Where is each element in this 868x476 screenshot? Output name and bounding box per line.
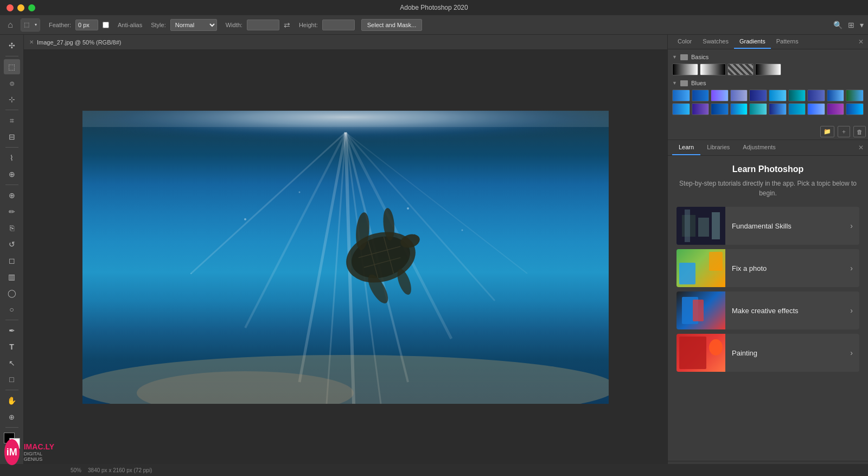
home-button[interactable]: ⌂	[4, 19, 16, 31]
selection-tool-group[interactable]: ⬚ ▾	[21, 18, 40, 31]
tutorial-fix[interactable]: Fix a photo ›	[676, 249, 859, 287]
brush-tool[interactable]: ✏	[4, 204, 20, 219]
path-select-tool[interactable]: ↖	[4, 356, 20, 371]
feather-label: Feather:	[49, 22, 71, 28]
close-button[interactable]	[7, 4, 14, 11]
toolbar-right-icons: 🔍 ⊞ ▾	[833, 21, 864, 29]
left-tools-panel: ✣ ⬚ ⌾ ⊹ ⌗ ⊟ ⌇ ⊕ ⊕ ✏ ⎘ ↺ ◻ ▥ ◯ ○ ✒ T ↖ □ …	[0, 35, 24, 476]
tool-divider-2	[5, 110, 18, 110]
canvas-image	[82, 111, 609, 404]
learn-subtitle: Step-by-step tutorials directly in the a…	[676, 179, 859, 198]
logo-text-group: IMAC.LY DIGITAL GENIUS	[24, 442, 54, 462]
height-input[interactable]	[322, 20, 355, 30]
heal-tool[interactable]: ⊕	[4, 188, 20, 203]
swap-icon[interactable]: ⇄	[284, 21, 290, 29]
status-dimensions: 3840 px x 2160 px (72 ppi)	[88, 467, 152, 473]
logo-area: iM IMAC.LY DIGITAL GENIUS	[0, 428, 54, 476]
window-controls[interactable]	[7, 4, 35, 11]
feather-input[interactable]	[75, 20, 98, 30]
blues-header[interactable]: ▼ Blues	[672, 80, 864, 86]
logo-icon: iM	[4, 439, 20, 465]
eyedropper-tool[interactable]: ⌇	[4, 150, 20, 166]
new-folder-button[interactable]: 📁	[820, 126, 834, 137]
zoom-tool[interactable]: ⊕	[4, 409, 20, 424]
gradient-tool[interactable]: ▥	[4, 269, 20, 284]
gradient-swatch[interactable]	[755, 64, 781, 75]
tab-learn[interactable]: Learn	[672, 140, 700, 155]
svg-point-28	[407, 207, 409, 210]
svg-point-30	[190, 273, 192, 274]
basics-arrow: ▼	[672, 54, 677, 60]
svg-point-26	[244, 218, 246, 220]
status-zoom: 50%	[71, 467, 81, 473]
gradient-toolbar: 📁 ＋ 🗑	[668, 124, 868, 139]
gradient-swatch[interactable]	[672, 64, 698, 75]
basics-swatches	[672, 64, 864, 75]
tab-libraries[interactable]: Libraries	[700, 140, 736, 155]
panel-close-button[interactable]: ✕	[858, 38, 864, 46]
hand-tool[interactable]: ✋	[4, 393, 20, 408]
status-bar: 50% 3840 px x 2160 px (72 ppi)	[0, 464, 868, 476]
tab-patterns[interactable]: Patterns	[771, 35, 804, 49]
expand-icon[interactable]: ▾	[860, 21, 864, 29]
learn-panel: Learn Libraries Adjustments ✕ Learn Phot…	[668, 140, 868, 476]
tutorial-painting-label: Painting	[725, 349, 850, 357]
anti-alias-checkbox[interactable]	[103, 22, 109, 28]
minimize-button[interactable]	[17, 4, 24, 11]
search-icon[interactable]: 🔍	[833, 21, 843, 29]
tutorial-creative-label: Make creative effects	[725, 307, 850, 315]
clone-tool[interactable]: ⎘	[4, 220, 20, 236]
learn-panel-close[interactable]: ✕	[858, 144, 864, 151]
tab-color[interactable]: Color	[672, 35, 697, 49]
height-label: Height:	[299, 22, 318, 28]
select-dropdown[interactable]: ▾	[32, 19, 40, 31]
tab-gradients[interactable]: Gradients	[734, 35, 771, 49]
style-select[interactable]: Normal Fixed Ratio Fixed Size	[170, 19, 217, 31]
magic-wand-tool[interactable]: ⊹	[4, 92, 20, 107]
maximize-button[interactable]	[28, 4, 35, 11]
dodge-tool[interactable]: ○	[4, 302, 20, 317]
blur-tool[interactable]: ◯	[4, 285, 20, 301]
select-mask-button[interactable]: Select and Mask...	[361, 19, 423, 31]
svg-point-29	[462, 229, 463, 231]
move-tool[interactable]: ✣	[4, 38, 20, 53]
gradient-swatch[interactable]	[700, 64, 726, 75]
folder-icon-blues	[680, 80, 688, 86]
tab-close-button[interactable]: ✕	[29, 39, 34, 45]
new-gradient-button[interactable]: ＋	[838, 126, 850, 137]
blues-label: Blues	[691, 80, 706, 86]
shape-tool[interactable]: □	[4, 372, 20, 387]
crop-tool[interactable]: ⌗	[4, 113, 20, 128]
basics-label: Basics	[691, 54, 709, 60]
tutorial-fundamental[interactable]: Fundamental Skills ›	[676, 207, 859, 245]
rect-select-tool[interactable]: ⬚	[4, 59, 20, 74]
measure-tool[interactable]: ⊕	[4, 167, 20, 182]
basics-header[interactable]: ▼ Basics	[672, 54, 864, 60]
tutorial-thumb-fundamental	[676, 207, 725, 245]
upper-panel-tabs: Color Swatches Gradients Patterns ✕	[668, 35, 868, 49]
lasso-tool[interactable]: ⌾	[4, 75, 20, 91]
tutorial-thumb-fix	[676, 249, 725, 287]
text-tool[interactable]: T	[4, 339, 20, 354]
tutorial-painting[interactable]: Painting ›	[676, 334, 859, 372]
pen-tool[interactable]: ✒	[4, 323, 20, 338]
tool-divider-5	[5, 320, 18, 320]
sun-rays-svg	[82, 111, 609, 404]
rect-select-button[interactable]: ⬚	[21, 19, 32, 31]
canvas-area: ✕ Image_27.jpg @ 50% (RGB/8#)	[24, 35, 667, 476]
tab-swatches[interactable]: Swatches	[697, 35, 734, 49]
workspace-icon[interactable]: ⊞	[848, 21, 854, 29]
canvas-container[interactable]	[24, 50, 667, 464]
eraser-tool[interactable]: ◻	[4, 253, 20, 268]
tool-divider-6	[5, 390, 18, 390]
tab-adjustments[interactable]: Adjustments	[736, 140, 782, 155]
learn-panel-tabs: Learn Libraries Adjustments ✕	[668, 140, 868, 156]
tutorial-fix-arrow: ›	[850, 264, 859, 272]
history-brush-tool[interactable]: ↺	[4, 237, 20, 252]
blues-swatches	[672, 90, 864, 115]
frame-tool[interactable]: ⊟	[4, 129, 20, 144]
width-input[interactable]	[247, 20, 279, 30]
tutorial-creative[interactable]: Make creative effects ›	[676, 291, 859, 329]
delete-gradient-button[interactable]: 🗑	[853, 126, 866, 137]
gradient-swatch[interactable]	[727, 64, 754, 75]
